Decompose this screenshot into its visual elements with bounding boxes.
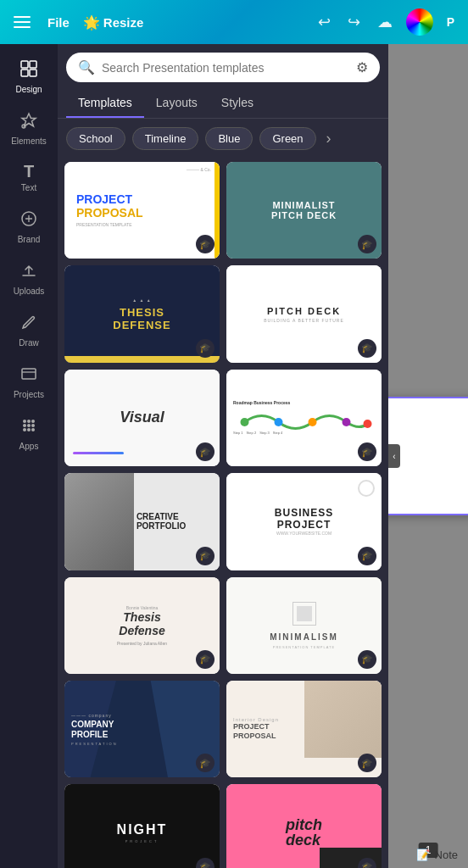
svg-point-10 [23, 424, 26, 427]
resize-button[interactable]: 🌟 Resize [83, 14, 144, 31]
uploads-icon [20, 261, 38, 283]
svg-point-15 [31, 428, 35, 431]
tab-layouts[interactable]: Layouts [144, 87, 209, 118]
cloud-icon[interactable]: ☁ [377, 13, 393, 31]
template-card-creative-portfolio[interactable]: CREATIVEPORTFOLIO 🎓 [64, 473, 220, 570]
file-button[interactable]: File [47, 15, 70, 30]
sidebar-draw-label: Draw [19, 338, 38, 348]
sidebar-text-label: Text [21, 183, 36, 192]
resize-emoji: 🌟 [83, 14, 100, 31]
sidebar-apps-label: Apps [20, 442, 39, 451]
template-badge: 🎓 [358, 547, 376, 565]
sidebar-uploads-label: Uploads [14, 287, 45, 296]
svg-point-9 [31, 420, 35, 423]
svg-rect-0 [21, 61, 28, 68]
svg-point-12 [31, 424, 35, 427]
search-bar: 🔍 ⚙ [66, 53, 380, 82]
sidebar-item-apps[interactable]: Apps [0, 409, 58, 458]
chip-green[interactable]: Green [259, 127, 315, 150]
collapse-panel-icon[interactable]: ‹ [388, 444, 400, 468]
search-icon: 🔍 [78, 59, 95, 75]
template-badge: 🎓 [196, 442, 214, 461]
template-row: NIGHT PROJECT 🎓 pitchdeck PREPARED BY WA… [64, 784, 382, 868]
sidebar-item-brand[interactable]: Brand [0, 203, 58, 251]
template-card-company-profile[interactable]: ——— company COMPANYPROFILE PRESENTATION … [64, 681, 220, 777]
template-row: ——— & Co. PROJECT PROPOSAL PRESENTATION … [64, 162, 382, 259]
svg-point-16 [241, 418, 249, 426]
template-card-business-project[interactable]: BUSINESS PROJECT WWW.YOURWEBSITE.COM 🎓 [226, 473, 382, 570]
template-card-thesis-defense[interactable]: ▲ ▲ ▲ THESISDEFENSE 🎓 [64, 265, 220, 362]
template-card-thesis-defense-2[interactable]: Bonnie Valentina ThesisDefense Presented… [64, 577, 220, 674]
canvas-page[interactable] [388, 397, 468, 515]
sidebar-design-label: Design [15, 85, 42, 94]
svg-rect-2 [21, 70, 28, 76]
apps-icon [20, 416, 38, 438]
sidebar-brand-label: Brand [18, 235, 41, 244]
design-icon [20, 59, 38, 81]
sidebar-item-uploads[interactable]: Uploads [0, 254, 58, 303]
template-row: Bonnie Valentina ThesisDefense Presented… [64, 577, 382, 674]
template-card-roadmap[interactable]: Roadmap Business Process Step 1Step 2Ste… [226, 370, 382, 466]
draw-icon [20, 313, 38, 335]
resize-label: Resize [103, 15, 144, 30]
sidebar-projects-label: Projects [14, 390, 44, 399]
template-row: CREATIVEPORTFOLIO 🎓 BUSINESS PROJECT WWW… [64, 473, 382, 570]
templates-panel: 🔍 ⚙ Templates Layouts Styles School Time… [58, 44, 388, 868]
topbar-actions: ↩ ↪ ☁ [318, 13, 393, 31]
text-icon: T [24, 163, 34, 180]
sidebar-item-elements[interactable]: Elements [0, 104, 58, 153]
topbar: File 🌟 Resize ↩ ↪ ☁ P [0, 0, 468, 44]
elements-icon [20, 111, 38, 133]
template-row: Visual 🎓 Roadmap Business Process [64, 370, 382, 466]
filter-chips: School Timeline Blue Green › [58, 119, 388, 159]
filter-icon[interactable]: ⚙ [356, 59, 368, 75]
svg-point-13 [23, 428, 26, 431]
note-label: Note [435, 849, 458, 861]
template-card-minimalism[interactable]: MINIMALISM PRESENTATION TEMPLATE 🎓 [226, 577, 382, 674]
tabs-bar: Templates Layouts Styles [58, 87, 388, 119]
template-badge: 🎓 [196, 339, 214, 358]
main-layout: Design Elements T Text Brand [0, 44, 468, 868]
projects-icon [20, 364, 38, 387]
menu-icon[interactable] [14, 12, 34, 32]
note-toolbar[interactable]: 📝 Note [416, 849, 458, 861]
undo-icon[interactable]: ↩ [318, 13, 331, 31]
chips-more-icon[interactable]: › [323, 130, 335, 147]
template-card-interior-design[interactable]: Interior Design PROJECTPROPOSAL 🎓 [226, 681, 382, 777]
template-card-minimalist-pitch[interactable]: MINIMALISTPITCH DECK 🎓 [226, 162, 382, 259]
chip-timeline[interactable]: Timeline [132, 127, 199, 150]
redo-icon[interactable]: ↪ [348, 13, 360, 31]
template-card-night[interactable]: NIGHT PROJECT 🎓 [64, 784, 220, 868]
svg-rect-3 [30, 70, 36, 76]
sidebar-item-design[interactable]: Design [0, 53, 58, 101]
template-card-project-proposal[interactable]: ——— & Co. PROJECT PROPOSAL PRESENTATION … [64, 162, 220, 259]
avatar[interactable] [406, 8, 433, 36]
chip-blue[interactable]: Blue [205, 127, 253, 150]
search-input[interactable] [102, 61, 349, 75]
template-row: ▲ ▲ ▲ THESISDEFENSE 🎓 PITCH DECK BUILDIN… [64, 265, 382, 362]
template-badge: 🎓 [358, 339, 376, 358]
template-badge: 🎓 [358, 650, 376, 669]
svg-point-20 [364, 420, 372, 428]
chip-school[interactable]: School [66, 127, 125, 150]
username-initial: P [447, 15, 454, 29]
template-badge: 🎓 [196, 650, 214, 669]
template-row: ——— company COMPANYPROFILE PRESENTATION … [64, 681, 382, 777]
svg-rect-1 [30, 61, 36, 68]
template-card-pitch-deck[interactable]: PITCH DECK BUILDING A BETTER FUTURE 🎓 [226, 265, 382, 362]
brand-icon [20, 209, 38, 231]
tab-templates[interactable]: Templates [66, 87, 144, 118]
svg-rect-6 [22, 369, 36, 379]
svg-point-14 [27, 428, 31, 431]
svg-point-8 [27, 420, 31, 423]
template-card-pitch-deck-2[interactable]: pitchdeck PREPARED BY WARNER & SPENCER 🎓 [226, 784, 382, 868]
sidebar-item-draw[interactable]: Draw [0, 306, 58, 354]
svg-point-7 [23, 420, 26, 423]
sidebar-item-text[interactable]: T Text [0, 156, 58, 199]
tab-styles[interactable]: Styles [209, 87, 265, 118]
svg-point-19 [343, 418, 351, 426]
templates-scroll-area[interactable]: ——— & Co. PROJECT PROPOSAL PRESENTATION … [58, 159, 388, 868]
template-card-visual[interactable]: Visual 🎓 [64, 370, 220, 466]
svg-point-18 [309, 418, 317, 426]
sidebar-item-projects[interactable]: Projects [0, 358, 58, 406]
